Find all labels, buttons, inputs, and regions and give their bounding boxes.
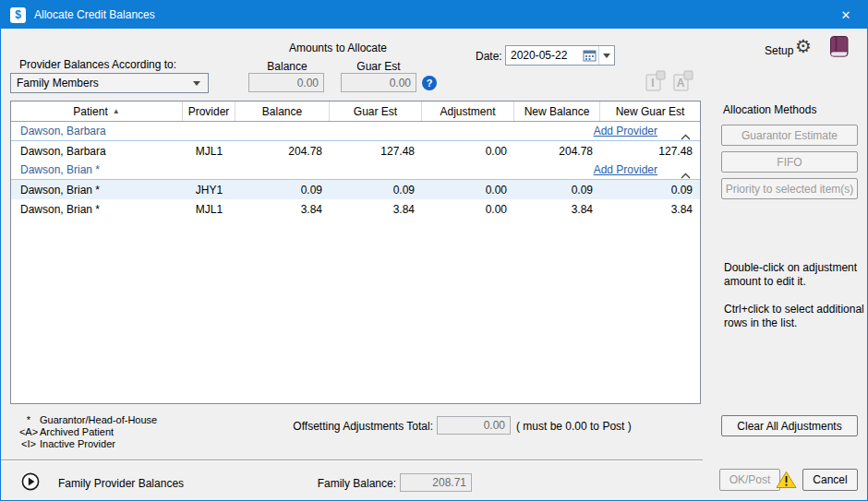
income-transfer-button[interactable]: I <box>644 69 668 93</box>
hint-ctrl-click-text: Ctrl+click to select additional rows in … <box>724 303 868 330</box>
column-header-balance[interactable]: Balance <box>235 101 330 121</box>
column-header-label: Guar Est <box>354 105 397 118</box>
dialog-body: Provider Balances According to: Family M… <box>1 29 867 500</box>
group-patient-name: Dawson, Brian * <box>11 163 100 176</box>
grid-header-row: Patient ▲ Provider Balance Guar Est Adju… <box>11 101 700 122</box>
cell-new-guar-est: 127.48 <box>600 145 700 158</box>
column-header-label: Patient <box>73 105 107 118</box>
cell-new-guar-est: 0.09 <box>600 184 700 197</box>
date-value: 2020-05-22 <box>506 49 580 62</box>
column-header-new-guar-est[interactable]: New Guar Est <box>600 101 700 121</box>
cell-patient: Dawson, Barbara <box>11 145 183 158</box>
offsetting-note: ( must be 0.00 to Post ) <box>516 420 632 433</box>
svg-text:A: A <box>677 77 685 89</box>
window-title: Allocate Credit Balances <box>34 8 155 21</box>
offsetting-adjustments-label: Offsetting Adjustments Total: <box>285 420 433 433</box>
cell-adjustment[interactable]: 0.00 <box>422 145 514 158</box>
column-header-patient[interactable]: Patient ▲ <box>11 101 183 121</box>
balance-label: Balance <box>250 60 324 73</box>
balances-grid: Patient ▲ Provider Balance Guar Est Adju… <box>10 101 701 404</box>
date-field[interactable]: 2020-05-22 <box>505 45 615 66</box>
table-row[interactable]: Dawson, Brian * JHY1 0.09 0.09 0.00 0.09… <box>11 180 700 199</box>
ok-post-button[interactable]: OK/Post <box>719 469 780 491</box>
divider <box>1 459 703 461</box>
column-header-label: Adjustment <box>440 105 495 118</box>
cell-new-balance: 3.84 <box>514 203 600 216</box>
manual-book-icon[interactable] <box>829 35 850 62</box>
column-header-guar-est[interactable]: Guar Est <box>330 101 422 121</box>
legend-item: <A> Archived Patient <box>18 426 114 437</box>
table-row[interactable]: Dawson, Brian * MJL1 3.84 3.84 0.00 3.84… <box>11 199 700 219</box>
cancel-button[interactable]: Cancel <box>802 469 858 491</box>
date-dropdown-button[interactable] <box>598 46 614 65</box>
add-provider-link[interactable]: Add Provider <box>594 125 657 137</box>
calendar-icon[interactable] <box>580 49 598 62</box>
legend-symbol: <A> <box>18 426 40 437</box>
group-patient-name: Dawson, Barbara <box>11 125 106 137</box>
cell-new-balance: 204.78 <box>514 145 600 158</box>
cell-new-balance: 0.09 <box>514 184 600 197</box>
legend-symbol: <I> <box>18 438 40 449</box>
family-provider-balances-label: Family Provider Balances <box>58 477 184 490</box>
column-header-label: Balance <box>262 105 302 118</box>
cell-guar-est: 0.09 <box>330 184 422 197</box>
provider-balances-selected-value: Family Members <box>17 77 99 89</box>
amounts-to-allocate-title: Amounts to Allocate <box>264 42 412 54</box>
legend-item: <I> Inactive Provider <box>18 438 115 449</box>
cell-balance: 3.84 <box>235 203 330 216</box>
allocate-credit-balances-window: $ Allocate Credit Balances ✕ Provider Ba… <box>0 0 868 501</box>
add-provider-link[interactable]: Add Provider <box>594 163 657 176</box>
cell-provider: JHY1 <box>183 184 235 197</box>
date-label: Date: <box>476 50 502 63</box>
cell-provider: MJL1 <box>183 203 235 216</box>
cell-provider: MJL1 <box>183 145 235 158</box>
collapse-group-icon[interactable] <box>681 127 691 144</box>
provider-balances-select[interactable]: Family Members <box>10 73 209 93</box>
table-row[interactable]: Dawson, Barbara MJL1 204.78 127.48 0.00 … <box>11 141 700 161</box>
guar-est-label: Guar Est <box>341 60 416 73</box>
balance-total-field: 0.00 <box>248 73 324 92</box>
fifo-button[interactable]: FIFO <box>721 151 858 173</box>
clear-all-adjustments-button[interactable]: Clear All Adjustments <box>721 415 858 436</box>
column-header-new-balance[interactable]: New Balance <box>514 101 600 121</box>
group-row: Dawson, Brian * Add Provider <box>11 161 700 180</box>
provider-balances-label: Provider Balances According to: <box>19 58 176 71</box>
guarantor-estimate-button[interactable]: Guarantor Estimate <box>721 125 858 146</box>
chevron-down-icon <box>193 81 200 86</box>
help-icon[interactable]: ? <box>422 76 437 90</box>
cell-patient: Dawson, Brian * <box>11 184 183 197</box>
column-header-label: New Balance <box>524 105 590 118</box>
cell-guar-est: 3.84 <box>330 203 422 216</box>
family-balance-field: 208.71 <box>400 473 472 492</box>
chevron-down-icon <box>603 54 610 58</box>
cell-balance: 0.09 <box>235 184 330 197</box>
column-header-provider[interactable]: Provider <box>183 101 235 121</box>
cell-adjustment[interactable]: 0.00 <box>422 184 514 197</box>
hint-adjustment-text: Double-click on adjustment amount to edi… <box>724 261 868 289</box>
legend-text: Inactive Provider <box>40 438 115 449</box>
offsetting-adjustments-field: 0.00 <box>437 416 511 435</box>
titlebar: $ Allocate Credit Balances ✕ <box>1 1 867 29</box>
allocation-methods-title: Allocation Methods <box>723 103 816 116</box>
auto-allocate-button[interactable]: A <box>671 69 695 93</box>
legend-item: * Guarantor/Head-of-House <box>18 414 157 425</box>
column-header-adjustment[interactable]: Adjustment <box>422 101 514 121</box>
legend-text: Guarantor/Head-of-House <box>40 414 157 425</box>
family-balance-label: Family Balance: <box>304 477 396 490</box>
cell-balance: 204.78 <box>235 145 330 158</box>
warning-icon <box>776 471 797 493</box>
cell-patient: Dawson, Brian * <box>11 203 183 216</box>
setup-gear-icon[interactable]: ⚙ <box>795 37 812 55</box>
sort-asc-icon: ▲ <box>113 107 120 115</box>
close-icon[interactable]: ✕ <box>825 1 867 29</box>
column-header-label: New Guar Est <box>616 105 685 118</box>
legend-symbol: * <box>18 414 40 425</box>
cell-adjustment[interactable]: 0.00 <box>422 203 514 216</box>
column-header-label: Provider <box>188 105 230 118</box>
group-row: Dawson, Barbara Add Provider <box>11 122 700 141</box>
expand-family-provider-balances-button[interactable] <box>21 472 40 495</box>
cell-guar-est: 127.48 <box>330 145 422 158</box>
guar-est-total-field: 0.00 <box>341 73 416 92</box>
priority-selected-button[interactable]: Priority to selected item(s) <box>721 178 858 199</box>
collapse-group-icon[interactable] <box>681 166 691 183</box>
